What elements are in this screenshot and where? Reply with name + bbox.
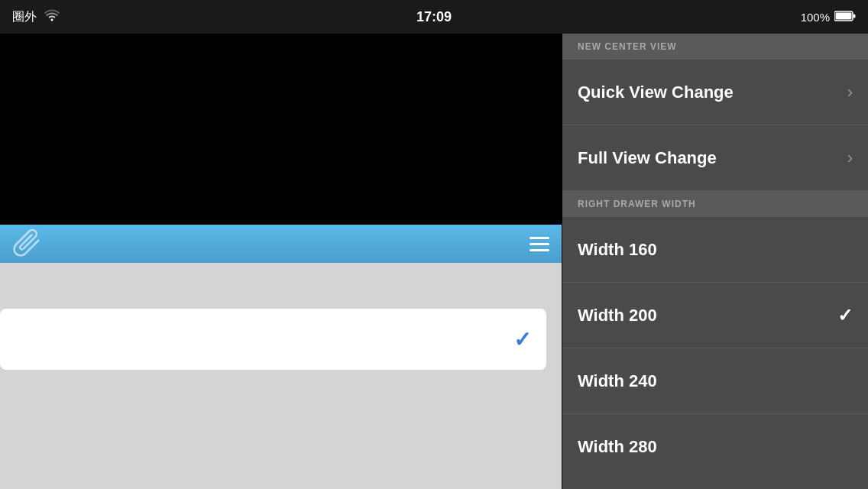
drawer-item-width-200[interactable]: Width 200 ✓ <box>562 283 868 348</box>
battery-icon <box>834 11 856 24</box>
quick-view-change-label: Quick View Change <box>578 83 734 102</box>
hamburger-line-3 <box>530 249 549 251</box>
width-240-label: Width 240 <box>578 371 657 391</box>
check-icon-width-200: ✓ <box>837 305 853 326</box>
width-280-label: Width 280 <box>578 437 657 457</box>
wifi-icon <box>44 9 60 24</box>
checkmark-icon: ✓ <box>513 327 531 352</box>
main-content: ✓ <box>0 34 562 489</box>
logo-area <box>12 228 43 259</box>
status-bar-left: 圈外 <box>12 9 60 25</box>
section-header-new-center-view: NEW CENTER VIEW <box>562 34 868 60</box>
content-area: ✓ <box>0 263 562 489</box>
svg-rect-1 <box>836 12 852 19</box>
carrier-label: 圈外 <box>12 9 37 25</box>
drawer-item-width-160[interactable]: Width 160 <box>562 217 868 283</box>
drawer-item-width-280[interactable]: Width 280 <box>562 414 868 480</box>
chevron-icon-full-view: › <box>847 148 853 168</box>
section-header-right-drawer-width: RIGHT DRAWER WIDTH <box>562 191 868 217</box>
hamburger-line-1 <box>530 237 549 239</box>
right-drawer: NEW CENTER VIEW Quick View Change › Full… <box>562 34 868 489</box>
width-160-label: Width 160 <box>578 240 657 260</box>
time-display: 17:09 <box>416 9 452 25</box>
status-bar-right: 100% <box>801 11 856 24</box>
hamburger-line-2 <box>530 243 549 245</box>
chevron-icon-quick-view: › <box>847 83 853 102</box>
status-bar: 圈外 17:09 100% <box>0 0 868 34</box>
drawer-item-quick-view-change[interactable]: Quick View Change › <box>562 60 868 125</box>
battery-percent: 100% <box>801 11 830 24</box>
white-card: ✓ <box>0 309 546 370</box>
nav-bar <box>0 225 562 263</box>
width-200-label: Width 200 <box>578 306 657 325</box>
drawer-item-full-view-change[interactable]: Full View Change › <box>562 125 868 191</box>
drawer-item-width-240[interactable]: Width 240 <box>562 348 868 414</box>
hamburger-button[interactable] <box>530 237 549 251</box>
svg-rect-2 <box>853 14 856 18</box>
full-view-change-label: Full View Change <box>578 148 717 168</box>
